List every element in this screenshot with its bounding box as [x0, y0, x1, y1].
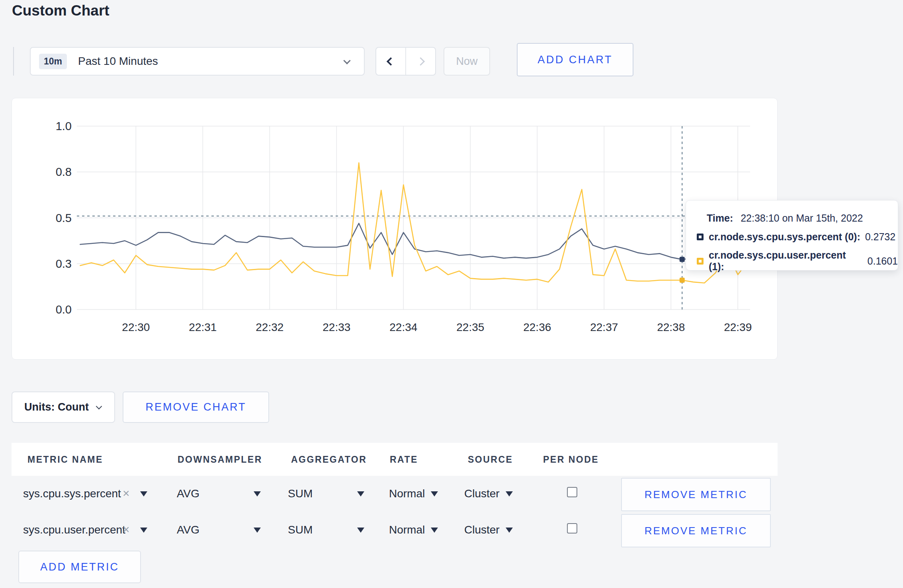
- now-button[interactable]: Now: [444, 47, 490, 76]
- col-header-rate: RATE: [390, 454, 418, 465]
- time-range-label: Past 10 Minutes: [78, 55, 158, 68]
- x-tick-label: 22:31: [189, 321, 217, 333]
- metrics-table-header: METRIC NAME DOWNSAMPLER AGGREGATOR RATE …: [12, 443, 778, 476]
- chart-tooltip: Time: 22:38:10 on Mar 15th, 2022 cr.node…: [686, 200, 898, 271]
- tooltip-series-value: 0.1601: [868, 255, 898, 267]
- remove-metric-x-icon[interactable]: ×: [123, 487, 130, 500]
- aggregator-select[interactable]: SUM: [288, 487, 313, 500]
- per-node-checkbox[interactable]: [567, 487, 577, 497]
- source-caret-icon[interactable]: [506, 491, 513, 496]
- tooltip-series-row: cr.node.sys.cpu.sys.percent (0): 0.2732: [697, 231, 895, 243]
- time-forward-button[interactable]: [405, 48, 435, 75]
- x-tick-label: 22:39: [724, 321, 752, 333]
- tooltip-series-value: 0.2732: [865, 231, 895, 243]
- tooltip-series-row: cr.node.sys.cpu.user.percent (1): 0.1601: [697, 249, 898, 273]
- downsampler-caret-icon[interactable]: [254, 528, 261, 533]
- y-tick-label: 1.0: [56, 120, 72, 132]
- x-tick-label: 22:35: [456, 321, 484, 333]
- remove-metric-button[interactable]: REMOVE METRIC: [621, 478, 771, 511]
- col-header-metric-name: METRIC NAME: [27, 454, 103, 465]
- per-node-checkbox[interactable]: [567, 523, 577, 533]
- time-range-select[interactable]: 10m Past 10 Minutes: [30, 47, 365, 76]
- col-header-aggregator: AGGREGATOR: [291, 454, 367, 465]
- tooltip-time-row: Time: 22:38:10 on Mar 15th, 2022: [707, 212, 863, 224]
- aggregator-caret-icon[interactable]: [357, 491, 364, 496]
- custom-chart-page: Custom Chart 10m Past 10 Minutes Now ADD…: [0, 0, 903, 588]
- downsampler-select[interactable]: AVG: [177, 487, 199, 500]
- user-series-swatch-icon: [697, 258, 704, 265]
- downsampler-caret-icon[interactable]: [254, 491, 261, 496]
- tooltip-time-value: 22:38:10 on Mar 15th, 2022: [741, 212, 863, 224]
- aggregator-caret-icon[interactable]: [357, 528, 364, 533]
- source-select[interactable]: Cluster: [464, 524, 500, 536]
- chart-panel: 0.00.30.50.81.022:3022:3122:3222:3322:34…: [12, 98, 778, 360]
- x-tick-label: 22:30: [122, 321, 150, 333]
- toolbar-divider: [13, 47, 14, 76]
- y-tick-label: 0.0: [56, 303, 72, 316]
- crosshair-dot: [680, 257, 685, 262]
- x-tick-label: 22:34: [389, 321, 417, 333]
- remove-chart-button[interactable]: REMOVE CHART: [123, 391, 269, 423]
- rate-select[interactable]: Normal: [389, 524, 425, 536]
- units-select[interactable]: Units: Count: [12, 391, 115, 423]
- x-tick-label: 22:32: [256, 321, 283, 333]
- series-line: [80, 223, 749, 259]
- series-line: [80, 163, 749, 283]
- y-tick-label: 0.8: [56, 165, 72, 178]
- rate-select[interactable]: Normal: [389, 487, 425, 500]
- col-header-downsampler: DOWNSAMPLER: [178, 454, 262, 465]
- page-title: Custom Chart: [12, 2, 109, 19]
- x-tick-label: 22:33: [322, 321, 350, 333]
- remove-metric-button[interactable]: REMOVE METRIC: [621, 514, 771, 547]
- source-select[interactable]: Cluster: [464, 487, 500, 500]
- units-label: Units: Count: [24, 401, 89, 413]
- chevron-down-icon: [96, 403, 102, 410]
- y-tick-label: 0.3: [56, 257, 72, 270]
- x-tick-label: 22:38: [657, 321, 685, 333]
- crosshair-dot: [680, 278, 685, 283]
- remove-metric-x-icon[interactable]: ×: [123, 523, 130, 536]
- tooltip-series-name: cr.node.sys.cpu.sys.percent (0):: [709, 231, 860, 243]
- y-tick-label: 0.5: [56, 212, 72, 224]
- table-row: sys.cpu.user.percent × AVG SUM Normal Cl…: [12, 512, 778, 549]
- rate-caret-icon[interactable]: [431, 491, 438, 496]
- metrics-chart[interactable]: 0.00.30.50.81.022:3022:3122:3222:3322:34…: [12, 98, 778, 360]
- time-nav-group: [375, 47, 436, 76]
- col-header-per-node: PER NODE: [543, 454, 599, 465]
- rate-caret-icon[interactable]: [431, 528, 438, 533]
- metric-name-dropdown-caret-icon[interactable]: [140, 491, 147, 496]
- table-row: sys.cpu.sys.percent × AVG SUM Normal Clu…: [12, 476, 778, 513]
- metric-name-value: sys.cpu.sys.percent: [23, 487, 121, 500]
- time-back-button[interactable]: [376, 48, 405, 75]
- x-tick-label: 22:37: [590, 321, 618, 333]
- aggregator-select[interactable]: SUM: [288, 524, 313, 536]
- col-header-source: SOURCE: [468, 454, 513, 465]
- add-metric-button[interactable]: ADD METRIC: [18, 551, 141, 583]
- time-range-badge: 10m: [39, 54, 67, 69]
- add-chart-button[interactable]: ADD CHART: [517, 43, 633, 76]
- metric-name-value: sys.cpu.user.percent: [23, 524, 125, 536]
- sys-series-swatch-icon: [697, 234, 704, 240]
- metric-name-dropdown-caret-icon[interactable]: [140, 528, 147, 533]
- chevron-right-icon: [416, 57, 425, 65]
- chevron-down-icon: [343, 57, 350, 64]
- chevron-left-icon: [387, 57, 395, 65]
- downsampler-select[interactable]: AVG: [177, 524, 199, 536]
- tooltip-series-name: cr.node.sys.cpu.user.percent (1):: [709, 249, 863, 273]
- source-caret-icon[interactable]: [506, 528, 513, 533]
- x-tick-label: 22:36: [523, 321, 551, 333]
- tooltip-time-label: Time:: [707, 212, 733, 224]
